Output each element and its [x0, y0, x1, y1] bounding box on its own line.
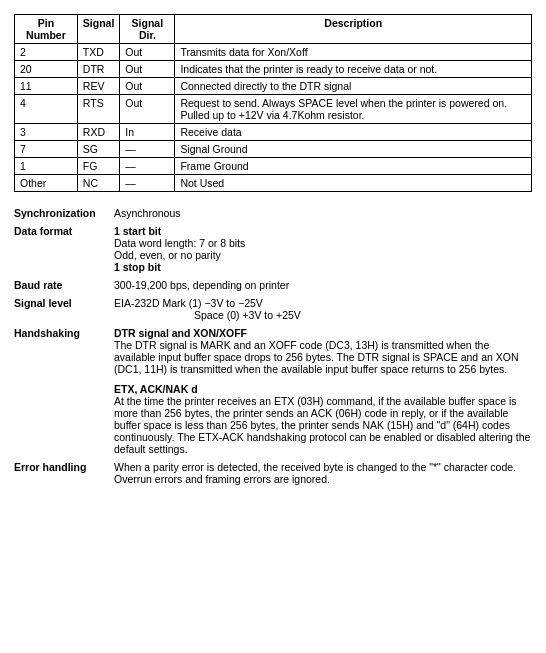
spec-label: Signal level	[14, 294, 114, 324]
table-row: 7SG—Signal Ground	[15, 141, 532, 158]
spec-content: Asynchronous	[114, 204, 532, 222]
spec-label: Synchronization	[14, 204, 114, 222]
spec-label: Data format	[14, 222, 114, 276]
spec-content: 1 start bitData word length: 7 or 8 bits…	[114, 222, 532, 276]
spec-row: HandshakingDTR signal and XON/XOFFThe DT…	[14, 324, 532, 458]
spec-row: Data format1 start bitData word length: …	[14, 222, 532, 276]
spec-content: 300-19,200 bps, depending on printer	[114, 276, 532, 294]
spec-row: Baud rate300-19,200 bps, depending on pr…	[14, 276, 532, 294]
spec-label: Error handling	[14, 458, 114, 488]
spec-row: Signal levelEIA-232D Mark (1) −3V to −25…	[14, 294, 532, 324]
spec-row: Error handlingWhen a parity error is det…	[14, 458, 532, 488]
table-row: 3RXDInReceive data	[15, 124, 532, 141]
spec-content: DTR signal and XON/XOFFThe DTR signal is…	[114, 324, 532, 458]
table-row: 1FG—Frame Ground	[15, 158, 532, 175]
connector-table: Pin NumberSignalSignal Dir.Description 2…	[14, 14, 532, 192]
spec-content: EIA-232D Mark (1) −3V to −25VSpace (0) +…	[114, 294, 532, 324]
spec-content: When a parity error is detected, the rec…	[114, 458, 532, 488]
table-row: 2TXDOutTransmits data for Xon/Xoff	[15, 44, 532, 61]
table-row: 11REVOutConnected directly to the DTR si…	[15, 78, 532, 95]
table-row: 20DTROutIndicates that the printer is re…	[15, 61, 532, 78]
spec-label: Baud rate	[14, 276, 114, 294]
spec-row: SynchronizationAsynchronous	[14, 204, 532, 222]
table-row: OtherNC—Not Used	[15, 175, 532, 192]
spec-label: Handshaking	[14, 324, 114, 458]
specs-table: SynchronizationAsynchronousData format1 …	[14, 204, 532, 488]
table-row: 4RTSOutRequest to send. Always SPACE lev…	[15, 95, 532, 124]
